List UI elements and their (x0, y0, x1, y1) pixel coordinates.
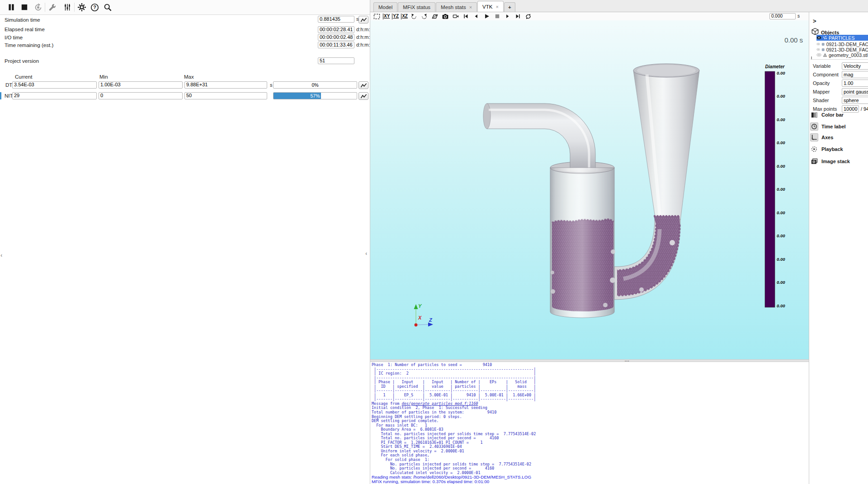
record-video-button[interactable] (452, 13, 460, 20)
visibility-eye-icon[interactable] (816, 42, 820, 46)
facet-geometry-icon (821, 42, 825, 47)
dt-progress-text: 0% (274, 82, 357, 89)
tab-add-button[interactable]: + (504, 2, 515, 12)
project-version-field[interactable]: 51 (318, 57, 354, 64)
component-combo[interactable]: mag (842, 71, 868, 78)
time-label-button[interactable]: Time label (810, 122, 846, 131)
svg-text:0.00: 0.00 (777, 70, 785, 75)
io-time-label: I/O time (5, 34, 23, 41)
nit-max-field[interactable]: 50 (184, 92, 267, 99)
tree-item-label: PARTICLES (829, 35, 854, 41)
elapsed-time-field[interactable]: 00:00:02:28.41 (318, 26, 354, 33)
video-camera-icon (452, 13, 459, 19)
reset-button[interactable] (32, 1, 44, 13)
last-frame-button[interactable] (514, 13, 522, 20)
nit-current-field[interactable]: 29 (12, 92, 97, 99)
vtk-3d-viewport[interactable]: Diameter 0.00 0.00 0.00 0.00 0.00 0.00 0… (370, 20, 809, 359)
console-line: DEM settling period complete. (372, 419, 809, 423)
refresh-button[interactable] (524, 13, 533, 20)
nit-progress-bar: 57% (273, 92, 357, 99)
stop-playback-button[interactable] (493, 13, 501, 20)
view-yz-button[interactable]: YZ (392, 14, 399, 19)
max-points-separator: / (861, 106, 862, 112)
playback-button[interactable]: Playback (810, 145, 843, 153)
color-bar-button[interactable]: Color bar (810, 111, 844, 119)
opacity-field[interactable]: 1.00 (842, 80, 868, 87)
splitter-grip: ••• (625, 360, 631, 362)
axes-button[interactable]: Axes (810, 133, 833, 141)
simulation-time-field[interactable]: 0.881435 (318, 16, 354, 23)
help-button[interactable]: ? (89, 1, 100, 13)
viewport-time-label: 0.00 s (784, 36, 803, 44)
dt-current-field[interactable]: 3.54E-03 (12, 81, 97, 89)
tab-mfix-status[interactable]: MFiX status (398, 2, 435, 12)
visibility-eye-icon[interactable] (816, 47, 820, 52)
dt-min-field[interactable]: 1.00E-03 (99, 81, 183, 89)
first-frame-button[interactable] (462, 13, 470, 20)
shader-combo[interactable]: sphere (842, 97, 868, 104)
tree-item-particles[interactable]: PARTICLES (816, 35, 868, 41)
view-xy-button[interactable]: XY (383, 14, 390, 19)
tab-vtk[interactable]: VTK× (477, 1, 504, 12)
vtk-toolbar-icons: XY YZ XZ (373, 12, 533, 20)
next-frame-button[interactable] (504, 13, 512, 20)
parameters-button[interactable] (61, 1, 73, 13)
add-tab-icon: + (508, 5, 511, 10)
plot-icon (360, 94, 367, 99)
nit-plot-button[interactable] (359, 92, 368, 100)
visibility-eye-icon[interactable] (816, 53, 821, 57)
svg-text:?: ? (93, 5, 96, 10)
mapper-combo[interactable]: point gaussian (842, 88, 868, 95)
svg-text:0.00: 0.00 (777, 257, 785, 262)
dt-max-field[interactable]: 9.88E+31 (184, 81, 267, 89)
stl-mesh-icon (823, 53, 827, 57)
variable-combo[interactable]: Velocity (842, 62, 868, 70)
reset-view-button[interactable] (373, 13, 381, 20)
refresh-icon (525, 13, 532, 20)
source-file-link[interactable]: des/generate_particles_mod.f:1160 (402, 401, 478, 406)
view-xz-button[interactable]: XZ (401, 14, 408, 19)
tab-mesh-stats[interactable]: Mesh stats× (436, 2, 477, 12)
play-icon (484, 13, 490, 19)
tab-model[interactable]: Model (373, 2, 397, 12)
frame-time-unit: s (797, 14, 800, 19)
axes-icon (810, 133, 818, 141)
pause-button[interactable] (5, 1, 17, 13)
message-prefix: Message from (372, 401, 402, 406)
stop-button[interactable] (19, 1, 30, 13)
tree-item-geometry-stl[interactable]: geometry_0003.stl (816, 52, 868, 58)
search-button[interactable] (102, 1, 113, 13)
tab-close-icon[interactable]: × (469, 5, 472, 10)
io-time-field[interactable]: 00:00:00:02.48 (318, 34, 354, 41)
splitter-collapse-handle[interactable]: ‹ (365, 249, 367, 258)
pause-icon (7, 3, 15, 11)
panel-collapse-button[interactable]: > (813, 18, 816, 24)
nit-min-field[interactable]: 0 (99, 92, 183, 99)
time-remaining-field[interactable]: 00:00:11:33.46 (318, 42, 354, 48)
visibility-eye-icon[interactable] (816, 36, 821, 40)
build-button[interactable] (47, 1, 58, 13)
frame-time-field[interactable]: 0.000 (769, 13, 796, 19)
tab-close-icon[interactable]: × (495, 4, 498, 9)
dt-plot-button[interactable] (359, 81, 368, 89)
image-stack-button[interactable]: Image stack (810, 157, 850, 165)
rotate-left-button[interactable] (410, 13, 418, 20)
settings-button[interactable] (76, 1, 88, 13)
next-icon (505, 13, 510, 19)
screenshot-button[interactable] (441, 13, 449, 20)
nit-progress-text: 57% (274, 93, 357, 99)
rotate-right-button[interactable] (420, 13, 429, 20)
max-points-field[interactable]: 10000 (842, 105, 859, 113)
play-button[interactable] (483, 13, 491, 20)
simulation-time-plot-button[interactable] (359, 16, 368, 23)
previous-frame-button[interactable] (472, 13, 481, 20)
perspective-button[interactable] (431, 13, 439, 20)
left-dock-collapse-handle[interactable]: ‹ (0, 251, 2, 259)
shader-label: Shader (813, 98, 829, 103)
tune-icon (63, 3, 71, 11)
colorbar-gradient (765, 71, 775, 307)
button-label: Color bar (821, 112, 844, 117)
svg-text:0.00: 0.00 (777, 280, 785, 285)
perspective-icon (431, 13, 439, 20)
console-output[interactable]: Phase 1: Number of particles to seed = 9… (370, 362, 809, 484)
